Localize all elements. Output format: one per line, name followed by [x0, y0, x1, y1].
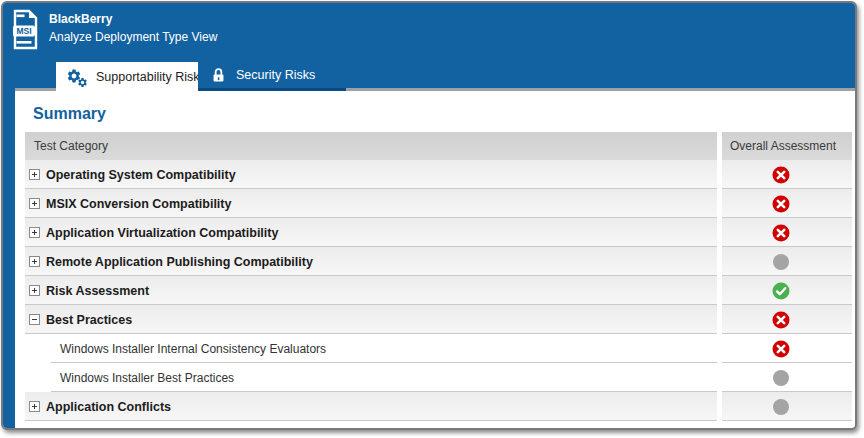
test-category-label: Remote Application Publishing Compatibil… — [46, 255, 313, 269]
test-category-cell: Best Practices — [25, 305, 717, 334]
fail-icon — [772, 224, 790, 242]
neutral-icon — [772, 369, 790, 387]
assessment-cell — [722, 276, 852, 305]
test-category-label: Windows Installer Internal Consistency E… — [60, 342, 326, 356]
assessment-cell — [722, 218, 852, 247]
test-category-cell: Application Virtualization Compatibility — [25, 218, 717, 247]
assessment-cell — [722, 189, 852, 218]
msi-icon-label: MSI — [16, 26, 31, 36]
fail-icon — [772, 340, 790, 358]
table-row[interactable]: Application Virtualization Compatibility — [25, 218, 852, 247]
table-row[interactable]: MSIX Conversion Compatibility — [25, 189, 852, 218]
expander-icon[interactable] — [29, 401, 40, 412]
table-header-row: Test Category Overall Assessment — [25, 132, 852, 160]
table-row[interactable]: Remote Application Publishing Compatibil… — [25, 247, 852, 276]
summary-heading: Summary — [33, 105, 855, 123]
test-category-cell: Windows Installer Internal Consistency E… — [25, 334, 717, 363]
app-header: MSI BlackBerry Analyze Deployment Type V… — [3, 3, 855, 91]
content-area: Summary Test Category Overall Assessment… — [15, 91, 855, 428]
test-category-cell: Remote Application Publishing Compatibil… — [25, 247, 717, 276]
fail-icon — [772, 166, 790, 184]
table-row[interactable]: Best Practices — [25, 305, 852, 334]
test-category-label: Best Practices — [46, 313, 132, 327]
gear-icon — [66, 68, 87, 86]
expander-icon[interactable] — [29, 169, 40, 180]
test-category-label: Application Conflicts — [46, 400, 171, 414]
expander-icon[interactable] — [29, 256, 40, 267]
test-category-label: Risk Assessment — [46, 284, 149, 298]
fail-icon — [772, 311, 790, 329]
test-category-cell: Windows Installer Best Practices — [25, 363, 717, 392]
test-category-label: Operating System Compatibility — [46, 168, 236, 182]
tab-bar: Supportability Risks Security Risks — [56, 62, 346, 91]
column-header-overall-assessment: Overall Assessment — [722, 132, 852, 160]
assessment-cell — [722, 160, 852, 189]
test-category-label: Application Virtualization Compatibility — [46, 226, 278, 240]
neutral-icon — [772, 253, 790, 271]
assessment-cell — [722, 363, 852, 392]
tab-supportability-risks[interactable]: Supportability Risks — [56, 62, 198, 91]
assessment-cell — [722, 392, 852, 421]
lock-icon — [210, 67, 227, 84]
app-window: MSI BlackBerry Analyze Deployment Type V… — [1, 1, 857, 430]
expander-icon[interactable] — [29, 198, 40, 209]
expander-icon[interactable] — [29, 227, 40, 238]
fail-icon — [772, 195, 790, 213]
assessment-cell — [722, 247, 852, 276]
test-category-cell: Operating System Compatibility — [25, 160, 717, 189]
table-row[interactable]: Operating System Compatibility — [25, 160, 852, 189]
tab-label: Security Risks — [236, 68, 315, 82]
summary-table: Test Category Overall Assessment Operati… — [25, 132, 852, 421]
table-row[interactable]: Windows Installer Internal Consistency E… — [25, 334, 852, 363]
table-row[interactable]: Application Conflicts — [25, 392, 852, 421]
app-title: BlackBerry — [49, 12, 112, 26]
neutral-icon — [772, 398, 790, 416]
assessment-cell — [722, 334, 852, 363]
test-category-cell: Application Conflicts — [25, 392, 717, 421]
summary-table-body: Operating System Compatibility MSIX Conv… — [25, 160, 852, 421]
test-category-label: Windows Installer Best Practices — [60, 371, 234, 385]
test-category-cell: Risk Assessment — [25, 276, 717, 305]
tab-label: Supportability Risks — [96, 70, 206, 84]
table-row[interactable]: Risk Assessment — [25, 276, 852, 305]
pass-icon — [772, 282, 790, 300]
test-category-label: MSIX Conversion Compatibility — [46, 197, 231, 211]
expander-icon[interactable] — [29, 314, 40, 325]
table-row[interactable]: Windows Installer Best Practices — [25, 363, 852, 392]
expander-icon[interactable] — [29, 285, 40, 296]
test-category-cell: MSIX Conversion Compatibility — [25, 189, 717, 218]
assessment-cell — [722, 305, 852, 334]
view-title: Analyze Deployment Type View — [49, 30, 217, 44]
column-header-test-category: Test Category — [25, 132, 717, 160]
tab-security-risks[interactable]: Security Risks — [198, 62, 346, 91]
msi-file-icon: MSI — [12, 9, 39, 50]
